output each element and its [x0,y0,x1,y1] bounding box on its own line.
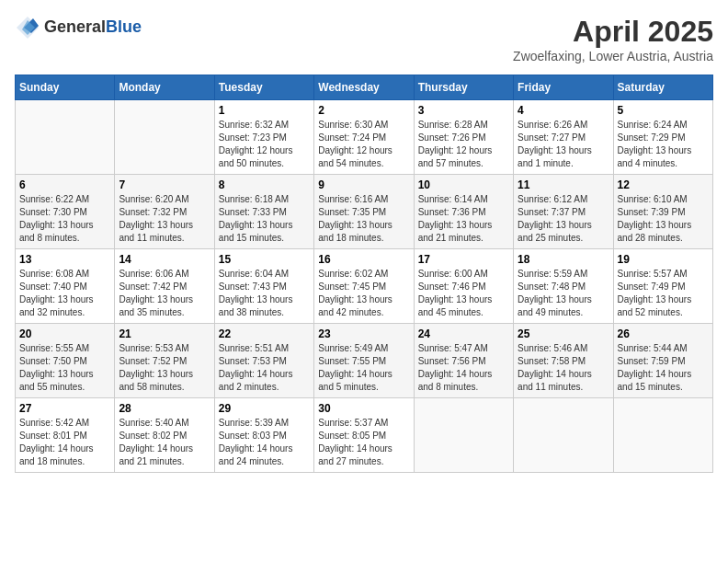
main-title: April 2025 [513,15,713,49]
logo-icon [15,15,40,40]
day-detail: Sunrise: 6:08 AMSunset: 7:40 PMDaylight:… [19,268,110,319]
day-number: 9 [318,178,409,191]
day-number: 8 [219,178,310,191]
day-number: 2 [318,104,409,117]
calendar-cell: 4Sunrise: 6:26 AMSunset: 7:27 PMDaylight… [514,100,613,175]
day-number: 24 [418,327,509,340]
day-number: 13 [19,253,110,266]
day-number: 3 [418,104,509,117]
calendar-cell: 19Sunrise: 5:57 AMSunset: 7:49 PMDayligh… [613,249,712,324]
calendar-cell: 12Sunrise: 6:10 AMSunset: 7:39 PMDayligh… [613,175,712,249]
day-detail: Sunrise: 5:39 AMSunset: 8:03 PMDaylight:… [219,417,310,468]
calendar-cell [115,100,214,175]
day-number: 1 [219,104,310,117]
calendar-cell: 28Sunrise: 5:40 AMSunset: 8:02 PMDayligh… [115,398,214,473]
day-detail: Sunrise: 5:47 AMSunset: 7:56 PMDaylight:… [418,342,509,394]
page-header: GeneralBlue April 2025 Zwoelfaxing, Lowe… [15,15,713,63]
day-detail: Sunrise: 6:02 AMSunset: 7:45 PMDaylight:… [318,268,409,319]
calendar-cell [613,398,712,473]
day-detail: Sunrise: 5:44 AMSunset: 7:59 PMDaylight:… [618,342,709,394]
weekday-header-wednesday: Wednesday [314,75,414,100]
day-number: 4 [518,104,609,117]
day-number: 10 [418,178,509,191]
day-number: 11 [518,178,609,191]
day-detail: Sunrise: 6:16 AMSunset: 7:35 PMDaylight:… [318,193,409,245]
calendar-cell: 18Sunrise: 5:59 AMSunset: 7:48 PMDayligh… [514,249,613,324]
weekday-header-monday: Monday [115,75,214,100]
calendar-cell: 6Sunrise: 6:22 AMSunset: 7:30 PMDaylight… [16,175,115,249]
day-detail: Sunrise: 6:30 AMSunset: 7:24 PMDaylight:… [318,119,409,170]
day-detail: Sunrise: 5:55 AMSunset: 7:50 PMDaylight:… [19,342,110,394]
logo-blue-text: Blue [106,17,142,36]
calendar-cell: 22Sunrise: 5:51 AMSunset: 7:53 PMDayligh… [214,324,313,398]
day-number: 29 [219,402,310,415]
calendar-week-5: 27Sunrise: 5:42 AMSunset: 8:01 PMDayligh… [16,398,713,473]
calendar-cell: 15Sunrise: 6:04 AMSunset: 7:43 PMDayligh… [214,249,313,324]
calendar-body: 1Sunrise: 6:32 AMSunset: 7:23 PMDaylight… [16,100,713,473]
calendar-cell: 11Sunrise: 6:12 AMSunset: 7:37 PMDayligh… [514,175,613,249]
calendar-week-1: 1Sunrise: 6:32 AMSunset: 7:23 PMDaylight… [16,100,713,175]
calendar-cell: 1Sunrise: 6:32 AMSunset: 7:23 PMDaylight… [214,100,313,175]
day-number: 30 [318,402,409,415]
day-number: 18 [518,253,609,266]
day-detail: Sunrise: 5:49 AMSunset: 7:55 PMDaylight:… [318,342,409,394]
day-detail: Sunrise: 6:10 AMSunset: 7:39 PMDaylight:… [618,193,709,245]
day-detail: Sunrise: 5:42 AMSunset: 8:01 PMDaylight:… [19,417,110,468]
calendar-cell: 3Sunrise: 6:28 AMSunset: 7:26 PMDaylight… [414,100,513,175]
day-detail: Sunrise: 5:40 AMSunset: 8:02 PMDaylight:… [119,417,210,468]
day-detail: Sunrise: 6:26 AMSunset: 7:27 PMDaylight:… [518,119,609,170]
logo: GeneralBlue [15,15,142,40]
calendar-cell: 5Sunrise: 6:24 AMSunset: 7:29 PMDaylight… [613,100,712,175]
calendar-cell: 25Sunrise: 5:46 AMSunset: 7:58 PMDayligh… [514,324,613,398]
day-detail: Sunrise: 6:20 AMSunset: 7:32 PMDaylight:… [119,193,210,245]
day-detail: Sunrise: 5:53 AMSunset: 7:52 PMDaylight:… [119,342,210,394]
day-detail: Sunrise: 6:32 AMSunset: 7:23 PMDaylight:… [219,119,310,170]
calendar-cell: 30Sunrise: 5:37 AMSunset: 8:05 PMDayligh… [314,398,414,473]
day-number: 12 [618,178,709,191]
calendar-cell: 9Sunrise: 6:16 AMSunset: 7:35 PMDaylight… [314,175,414,249]
day-detail: Sunrise: 5:57 AMSunset: 7:49 PMDaylight:… [618,268,709,319]
calendar-cell: 24Sunrise: 5:47 AMSunset: 7:56 PMDayligh… [414,324,513,398]
day-detail: Sunrise: 6:18 AMSunset: 7:33 PMDaylight:… [219,193,310,245]
day-detail: Sunrise: 6:00 AMSunset: 7:46 PMDaylight:… [418,268,509,319]
calendar-cell: 26Sunrise: 5:44 AMSunset: 7:59 PMDayligh… [613,324,712,398]
day-number: 6 [19,178,110,191]
calendar-cell: 13Sunrise: 6:08 AMSunset: 7:40 PMDayligh… [16,249,115,324]
logo-general-text: General [44,17,106,36]
day-detail: Sunrise: 6:28 AMSunset: 7:26 PMDaylight:… [418,119,509,170]
calendar-week-2: 6Sunrise: 6:22 AMSunset: 7:30 PMDaylight… [16,175,713,249]
day-number: 17 [418,253,509,266]
weekday-header-friday: Friday [514,75,613,100]
calendar-week-4: 20Sunrise: 5:55 AMSunset: 7:50 PMDayligh… [16,324,713,398]
calendar-cell: 2Sunrise: 6:30 AMSunset: 7:24 PMDaylight… [314,100,414,175]
calendar-cell: 29Sunrise: 5:39 AMSunset: 8:03 PMDayligh… [214,398,313,473]
day-detail: Sunrise: 6:12 AMSunset: 7:37 PMDaylight:… [518,193,609,245]
weekday-header-tuesday: Tuesday [214,75,313,100]
calendar-header-row: SundayMondayTuesdayWednesdayThursdayFrid… [16,75,713,100]
calendar-cell [514,398,613,473]
calendar-cell: 14Sunrise: 6:06 AMSunset: 7:42 PMDayligh… [115,249,214,324]
day-number: 23 [318,327,409,340]
calendar-table: SundayMondayTuesdayWednesdayThursdayFrid… [15,75,713,473]
day-detail: Sunrise: 5:59 AMSunset: 7:48 PMDaylight:… [518,268,609,319]
calendar-cell [16,100,115,175]
calendar-cell: 16Sunrise: 6:02 AMSunset: 7:45 PMDayligh… [314,249,414,324]
day-number: 27 [19,402,110,415]
calendar-cell: 8Sunrise: 6:18 AMSunset: 7:33 PMDaylight… [214,175,313,249]
calendar-cell: 21Sunrise: 5:53 AMSunset: 7:52 PMDayligh… [115,324,214,398]
calendar-cell: 27Sunrise: 5:42 AMSunset: 8:01 PMDayligh… [16,398,115,473]
calendar-cell [414,398,513,473]
day-number: 25 [518,327,609,340]
weekday-header-sunday: Sunday [16,75,115,100]
day-detail: Sunrise: 5:46 AMSunset: 7:58 PMDaylight:… [518,342,609,394]
day-detail: Sunrise: 6:24 AMSunset: 7:29 PMDaylight:… [618,119,709,170]
day-number: 5 [618,104,709,117]
calendar-cell: 7Sunrise: 6:20 AMSunset: 7:32 PMDaylight… [115,175,214,249]
day-number: 19 [618,253,709,266]
weekday-header-saturday: Saturday [613,75,712,100]
day-detail: Sunrise: 6:04 AMSunset: 7:43 PMDaylight:… [219,268,310,319]
day-number: 14 [119,253,210,266]
weekday-header-thursday: Thursday [414,75,513,100]
day-detail: Sunrise: 6:06 AMSunset: 7:42 PMDaylight:… [119,268,210,319]
day-detail: Sunrise: 5:37 AMSunset: 8:05 PMDaylight:… [318,417,409,468]
